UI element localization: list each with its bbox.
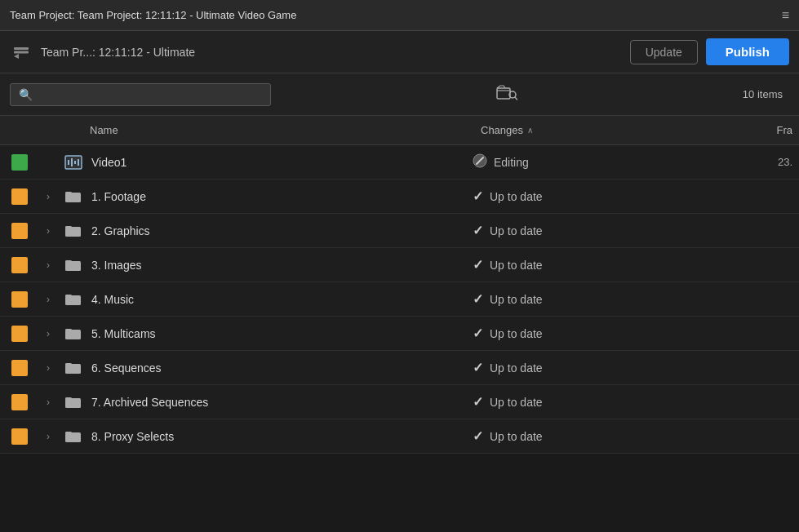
expand-icon[interactable]: › — [41, 225, 55, 237]
status-icon: ✓ — [473, 223, 483, 238]
row-name-cell: › 4. Music — [41, 292, 473, 306]
row-changes-cell: ✓Up to date — [473, 394, 750, 410]
color-indicator — [11, 428, 28, 445]
table-row: › 7. Archived Sequences✓Up to date — [0, 385, 799, 419]
row-color-check[interactable] — [0, 360, 41, 376]
svg-rect-13 — [65, 193, 81, 202]
row-color-check[interactable] — [0, 291, 41, 308]
row-changes-cell: ✓Up to date — [473, 360, 750, 375]
project-title: Team Pr...: 12:11:12 - Ultimate — [41, 46, 195, 59]
folder-icon — [62, 326, 85, 340]
menu-icon[interactable]: ≡ — [782, 8, 789, 23]
row-color-check[interactable] — [0, 257, 41, 273]
table-row: › 5. Multicams✓Up to date — [0, 317, 799, 351]
row-name-cell: › 7. Archived Sequences — [41, 395, 473, 409]
status-text: Editing — [494, 156, 529, 169]
update-button[interactable]: Update — [630, 40, 698, 64]
svg-marker-2 — [14, 54, 19, 59]
table-row: › 6. Sequences✓Up to date — [0, 351, 799, 385]
svg-rect-20 — [65, 432, 81, 442]
svg-rect-0 — [14, 47, 29, 50]
item-name: 2. Graphics — [91, 224, 150, 237]
table-row: › 2. Graphics✓Up to date — [0, 214, 799, 248]
expand-icon[interactable]: › — [41, 397, 55, 408]
item-name: 4. Music — [91, 293, 134, 306]
svg-rect-15 — [65, 261, 81, 271]
folder-icon — [62, 224, 85, 237]
status-icon: ✓ — [473, 291, 483, 307]
row-changes-cell: ✓Up to date — [473, 257, 750, 273]
status-icon: ✓ — [473, 360, 483, 375]
status-text: Up to date — [490, 327, 543, 340]
svg-rect-18 — [65, 364, 81, 374]
item-name: 5. Multicams — [91, 327, 156, 340]
color-indicator — [11, 360, 28, 376]
header-left: Team Pr...: 12:11:12 - Ultimate — [10, 41, 195, 64]
status-text: Up to date — [490, 361, 543, 375]
col-name-header: Name — [41, 124, 473, 136]
expand-icon[interactable]: › — [41, 328, 55, 339]
expand-icon[interactable]: › — [41, 191, 55, 202]
row-fra-cell: 23. — [750, 156, 799, 168]
header-row: Team Pr...: 12:11:12 - Ultimate Update P… — [0, 31, 799, 73]
row-changes-cell: ✓Up to date — [473, 428, 750, 444]
row-color-check[interactable] — [0, 326, 41, 342]
table-container: Name Changes ∧ Fra Video1 Editing23.› 1.… — [0, 116, 799, 454]
row-name-cell: › 6. Sequences — [41, 361, 473, 375]
table-row: › 4. Music✓Up to date — [0, 282, 799, 317]
folder-icon — [62, 189, 85, 203]
status-icon: ✓ — [473, 428, 483, 444]
status-text: Up to date — [490, 224, 543, 237]
status-text: Up to date — [490, 259, 543, 272]
status-icon: ✓ — [473, 326, 483, 341]
item-name: 8. Proxy Selects — [91, 430, 174, 443]
status-icon: ✓ — [473, 394, 483, 410]
table-row: Video1 Editing23. — [0, 145, 799, 180]
items-count: 10 items — [743, 88, 783, 100]
row-name-cell: › 5. Multicams — [41, 326, 473, 340]
status-text: Up to date — [490, 190, 543, 203]
folder-icon — [62, 429, 85, 443]
item-name: 7. Archived Sequences — [91, 396, 208, 409]
expand-icon[interactable]: › — [41, 259, 55, 271]
status-icon: ✓ — [473, 188, 483, 204]
table-body: Video1 Editing23.› 1. Footage✓Up to date… — [0, 145, 799, 454]
folder-search-icon[interactable] — [496, 83, 517, 105]
row-changes-cell: ✓Up to date — [473, 326, 750, 341]
table-row: › 3. Images✓Up to date — [0, 248, 799, 282]
expand-icon[interactable]: › — [41, 362, 55, 374]
folder-icon — [62, 361, 85, 375]
col-fra-header: Fra — [750, 124, 799, 136]
folder-icon — [62, 258, 85, 272]
publish-button[interactable]: Publish — [706, 38, 789, 65]
svg-rect-19 — [65, 398, 81, 408]
search-input[interactable] — [39, 88, 262, 101]
svg-rect-14 — [65, 227, 81, 237]
window-title: Team Project: Team Project: 12:11:12 - U… — [10, 9, 296, 21]
item-name: 6. Sequences — [91, 361, 162, 375]
row-color-check[interactable] — [0, 428, 41, 445]
color-indicator — [11, 154, 28, 171]
item-name: 3. Images — [91, 259, 141, 272]
expand-icon[interactable]: › — [41, 294, 55, 305]
row-name-cell: › 3. Images — [41, 258, 473, 272]
search-box: 🔍 — [10, 83, 271, 106]
title-bar: Team Project: Team Project: 12:11:12 - U… — [0, 0, 799, 31]
row-name-cell: › 2. Graphics — [41, 224, 473, 237]
svg-rect-1 — [14, 51, 29, 53]
row-color-check[interactable] — [0, 394, 41, 410]
col-changes-header[interactable]: Changes ∧ — [473, 124, 750, 136]
color-indicator — [11, 188, 28, 205]
back-icon[interactable] — [10, 41, 33, 64]
row-color-check[interactable] — [0, 154, 41, 171]
row-changes-cell: Editing — [473, 153, 750, 171]
row-changes-cell: ✓Up to date — [473, 291, 750, 307]
row-color-check[interactable] — [0, 223, 41, 239]
row-changes-cell: ✓Up to date — [473, 223, 750, 238]
status-text: Up to date — [490, 430, 543, 443]
expand-icon[interactable]: › — [41, 431, 55, 442]
table-header: Name Changes ∧ Fra — [0, 116, 799, 145]
header-right: Update Publish — [630, 38, 789, 65]
row-color-check[interactable] — [0, 188, 41, 205]
row-name-cell: › 1. Footage — [41, 189, 473, 203]
